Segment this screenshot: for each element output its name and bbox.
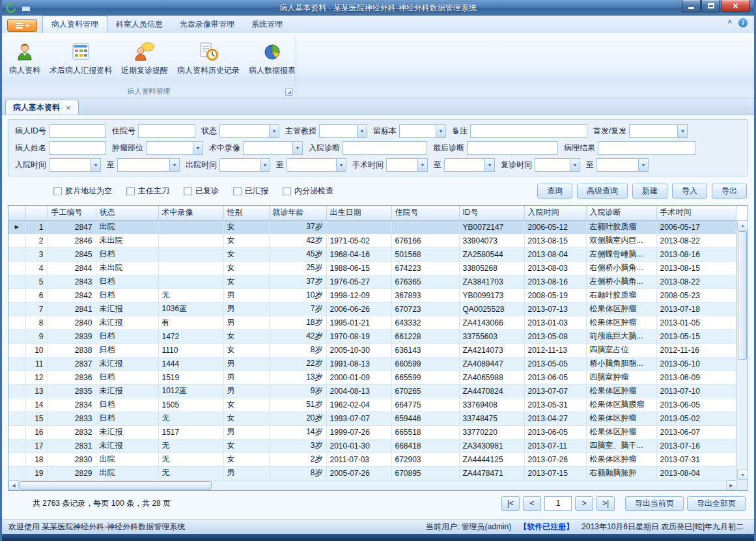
grid-cell[interactable]: 女 — [223, 234, 269, 247]
grid-cell[interactable]: 2013-07-13 — [524, 302, 586, 316]
column-header[interactable]: 术中录像 — [158, 206, 223, 220]
grid-cell[interactable]: 1976-05-27 — [326, 275, 391, 288]
grid-cell[interactable]: 2013-08-15 — [524, 234, 586, 247]
grid-cell[interactable]: 1968-04-16 — [326, 247, 391, 261]
grid-cell[interactable]: 2846 — [48, 234, 96, 247]
grid-cell[interactable]: 松果体区肿瘤 — [586, 316, 656, 329]
export-current-page-button[interactable]: 导出当前页 — [625, 496, 684, 511]
column-header[interactable]: 住院号 — [391, 206, 459, 220]
ribbon-tab[interactable]: 系统管理 — [243, 16, 291, 33]
grid-cell[interactable]: YB0099173 — [459, 288, 524, 302]
dropdown-arrow-icon[interactable]: ▼ — [260, 159, 270, 171]
grid-cell[interactable]: 未汇报 — [96, 357, 158, 370]
grid-cell[interactable]: 女 — [223, 220, 269, 234]
ribbon-button[interactable]: 术后病人汇报资料 — [45, 37, 117, 79]
grid-cell[interactable]: 2013-07-11 — [524, 439, 586, 452]
grid-cell[interactable]: 出院 — [96, 220, 158, 234]
grid-cell[interactable]: 2013-08-04 — [524, 247, 586, 261]
vertical-scrollbar[interactable]: ▲ ▼ — [736, 220, 748, 480]
grid-cell[interactable] — [158, 220, 223, 234]
filter-dropdown[interactable]: ▼ — [287, 158, 346, 172]
grid-cell[interactable]: 2004-08-13 — [326, 384, 391, 398]
grid-cell[interactable]: 33805268 — [459, 261, 524, 275]
grid-cell[interactable]: 2830 — [48, 452, 96, 466]
grid-cell[interactable]: 2831 — [48, 439, 96, 452]
grid-cell[interactable]: 松果体区肿瘤 — [586, 302, 656, 316]
grid-cell[interactable]: 右颞叶胶质瘤 — [586, 288, 656, 302]
filter-text-input[interactable] — [470, 124, 587, 138]
grid-cell[interactable]: 14岁 — [269, 425, 326, 439]
grid-row[interactable]: 22846未出院女42岁1971-05-02676166339040732013… — [8, 234, 736, 247]
grid-row[interactable]: 182830出院无女2岁2011-07-03672903ZA4444125201… — [8, 452, 736, 466]
grid-cell[interactable]: 2844 — [48, 261, 96, 275]
grid-cell[interactable]: 2847 — [48, 220, 96, 234]
grid-cell[interactable]: 1519 — [158, 370, 223, 384]
column-header[interactable]: ID号 — [459, 206, 524, 220]
grid-cell[interactable]: 女 — [223, 452, 269, 466]
grid-cell[interactable]: 674223 — [391, 261, 459, 275]
new-button[interactable]: 新建 — [632, 184, 667, 199]
horizontal-scrollbar[interactable]: ◀ ▶ — [8, 480, 736, 490]
grid-cell[interactable]: 2832 — [48, 425, 96, 439]
grid-cell[interactable]: 25岁 — [269, 261, 326, 275]
grid-cell[interactable]: 2013-08-03 — [524, 261, 586, 275]
grid-cell[interactable]: 8岁 — [269, 466, 326, 480]
grid-cell[interactable]: 松果体区肿瘤 — [586, 411, 656, 425]
grid-cell[interactable]: 2011-07-03 — [326, 452, 391, 466]
grid-cell[interactable]: 有 — [158, 316, 223, 329]
grid-cell[interactable]: 2013-08-16 — [524, 275, 586, 288]
filter-dropdown[interactable]: ▼ — [596, 158, 649, 172]
grid-cell[interactable]: 661228 — [391, 329, 459, 343]
grid-cell[interactable]: 22岁 — [269, 357, 326, 370]
grid-cell[interactable]: 2岁 — [269, 452, 326, 466]
grid-cell[interactable]: 出院 — [96, 466, 158, 480]
grid-cell[interactable]: 33904073 — [459, 234, 524, 247]
grid-row[interactable]: 32845归档女45岁1968-04-16501568ZA25805442013… — [8, 247, 736, 261]
page-number-input[interactable]: 1 — [544, 496, 572, 511]
filter-text-input[interactable] — [49, 141, 106, 155]
grid-cell[interactable] — [158, 261, 223, 275]
grid-cell[interactable]: 670895 — [391, 466, 459, 480]
grid-cell[interactable]: 四脑室占位 — [586, 343, 656, 357]
grid-cell[interactable]: 2013-06-07 — [656, 425, 736, 439]
scroll-up-icon[interactable]: ▲ — [737, 220, 748, 230]
dropdown-arrow-icon[interactable]: ▼ — [169, 159, 179, 171]
filter-dropdown[interactable]: ▼ — [49, 158, 101, 172]
ribbon-button[interactable]: 近期复诊提醒 — [117, 37, 173, 79]
grid-cell[interactable]: 2006-06-26 — [326, 302, 391, 316]
filter-text-input[interactable] — [598, 141, 695, 155]
filter-dropdown[interactable]: ▼ — [319, 124, 367, 138]
checkbox-box-icon[interactable] — [233, 187, 242, 195]
tab-patient-basic-info[interactable]: 病人基本资料 × — [5, 100, 79, 115]
filter-checkbox[interactable]: 主任主刀 — [126, 186, 169, 197]
column-header[interactable]: 就诊年龄 — [269, 206, 326, 220]
grid-cell[interactable]: 51岁 — [269, 398, 326, 411]
query-button[interactable]: 查询 — [537, 184, 572, 199]
grid-cell[interactable]: 2012-11-13 — [524, 343, 586, 357]
grid-cell[interactable]: 无 — [158, 452, 223, 466]
grid-cell[interactable]: 2013-07-31 — [656, 452, 736, 466]
first-page-button[interactable]: |< — [501, 496, 520, 511]
grid-cell[interactable]: 归档 — [96, 247, 158, 261]
column-header[interactable]: 手工编号 — [48, 206, 96, 220]
grid-cell[interactable]: ZA4143066 — [459, 316, 524, 329]
filter-dropdown[interactable]: ▼ — [219, 124, 279, 138]
grid-cell[interactable]: 664775 — [391, 398, 459, 411]
grid-cell[interactable]: YB0072147 — [459, 220, 524, 234]
collapse-ribbon-icon[interactable]: ^ — [728, 19, 732, 27]
filter-checkbox[interactable]: 已汇报 — [233, 186, 268, 197]
grid-cell[interactable]: 2008-05-19 — [524, 288, 586, 302]
dropdown-arrow-icon[interactable]: ▼ — [436, 125, 445, 137]
horizontal-scroll-thumb[interactable] — [20, 481, 212, 490]
grid-cell[interactable]: 四脑室肿瘤 — [586, 370, 656, 384]
scroll-down-icon[interactable]: ▼ — [737, 469, 748, 480]
grid-cell[interactable]: 9岁 — [269, 384, 326, 398]
vertical-scroll-thumb[interactable] — [738, 231, 747, 360]
filter-text-input[interactable] — [467, 141, 558, 155]
ribbon-button[interactable]: 病人资料 — [5, 37, 45, 79]
grid-cell[interactable]: 男 — [223, 370, 269, 384]
advanced-query-button[interactable]: 高级查询 — [577, 184, 628, 199]
grid-cell[interactable]: ZA3430981 — [459, 439, 524, 452]
grid-cell[interactable]: 右额颞脑脓肿 — [586, 466, 656, 480]
dialog-launcher-icon[interactable] — [285, 88, 293, 96]
